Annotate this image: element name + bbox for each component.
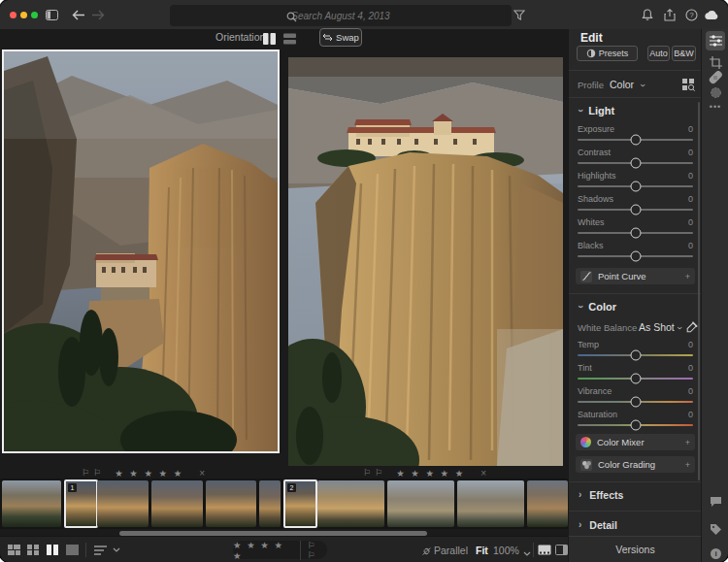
profile-chevron-down-icon[interactable]: › bbox=[638, 83, 647, 86]
flag-reject-icon[interactable]: ⚐ bbox=[93, 468, 101, 478]
share-icon[interactable] bbox=[662, 7, 678, 22]
help-icon[interactable]: ? bbox=[683, 7, 699, 22]
slider-track[interactable] bbox=[578, 378, 693, 380]
versions-button[interactable]: Versions bbox=[569, 536, 702, 562]
filmstrip-thumbnail[interactable] bbox=[527, 480, 568, 527]
slider-knob[interactable] bbox=[630, 158, 641, 169]
unlink-icon[interactable] bbox=[419, 545, 433, 557]
bw-button[interactable]: B&W bbox=[672, 46, 696, 61]
detail-section-header[interactable]: › Detail bbox=[579, 519, 617, 531]
star-rating[interactable]: ★ ★ ★ ★ ★ bbox=[233, 540, 294, 561]
slider-knob[interactable] bbox=[630, 205, 641, 215]
wb-eyedropper-icon[interactable] bbox=[686, 319, 698, 337]
zoom-chevron-down-icon[interactable] bbox=[520, 547, 534, 560]
compare-photo-right[interactable] bbox=[288, 57, 563, 466]
parallel-label[interactable]: Parallel bbox=[434, 545, 468, 556]
orientation-vertical-icon[interactable] bbox=[263, 31, 276, 49]
forward-button[interactable] bbox=[90, 7, 106, 22]
more-tools-icon[interactable]: ••• bbox=[706, 97, 725, 116]
cloud-sync-icon[interactable] bbox=[704, 7, 719, 22]
presets-button[interactable]: Presets bbox=[577, 46, 638, 61]
filmstrip-thumbnail-selected-right[interactable]: 2 bbox=[283, 479, 317, 528]
slider-track[interactable] bbox=[578, 354, 693, 356]
chevron-right-icon: › bbox=[579, 520, 581, 530]
keywords-tag-icon[interactable] bbox=[706, 519, 725, 539]
flag-pick-icon[interactable]: ⚐ bbox=[82, 468, 89, 478]
square-grid-view-icon[interactable] bbox=[26, 544, 40, 556]
white-balance-value[interactable]: As Shot bbox=[639, 321, 675, 333]
color-grading-button[interactable]: Color Grading + bbox=[576, 456, 695, 473]
profile-browser-icon[interactable] bbox=[682, 78, 695, 95]
slider-track[interactable] bbox=[578, 255, 693, 257]
star-rating[interactable]: ★ ★ ★ ★ ★ bbox=[396, 468, 465, 479]
filmstrip-thumbnail[interactable] bbox=[457, 480, 524, 527]
slider-knob[interactable] bbox=[630, 135, 641, 146]
sidebar-toggle-icon[interactable] bbox=[44, 7, 59, 22]
flag-pick-icon[interactable]: ⚐ bbox=[363, 468, 371, 478]
slider-knob[interactable] bbox=[630, 374, 641, 384]
slider-track[interactable] bbox=[578, 401, 693, 403]
filmstrip-thumbnail-selected-left[interactable]: 1 bbox=[64, 479, 98, 528]
sort-icon[interactable] bbox=[93, 544, 107, 556]
mac-minimize-button[interactable] bbox=[20, 12, 27, 18]
swap-button[interactable]: Swap bbox=[319, 28, 362, 47]
profile-label: Profile bbox=[578, 80, 604, 90]
detail-view-icon[interactable] bbox=[65, 544, 79, 556]
compare-view-icon[interactable] bbox=[46, 544, 59, 556]
edit-tool-icon[interactable] bbox=[706, 31, 725, 50]
slider-knob[interactable] bbox=[630, 182, 641, 192]
back-button[interactable] bbox=[71, 7, 86, 22]
notifications-bell-icon[interactable] bbox=[640, 7, 655, 22]
point-curve-button[interactable]: Point Curve + bbox=[576, 268, 695, 284]
filmstrip-thumbnail[interactable] bbox=[97, 480, 149, 527]
slider-track[interactable] bbox=[578, 139, 693, 141]
profile-value[interactable]: Color bbox=[610, 79, 634, 90]
filmstrip-thumbnail[interactable] bbox=[2, 480, 61, 527]
slider-track[interactable] bbox=[578, 209, 693, 211]
slider-track[interactable] bbox=[578, 162, 693, 164]
color-section-header[interactable]: › Color bbox=[579, 301, 616, 313]
chevron-down-icon: › bbox=[576, 109, 585, 112]
slider-knob[interactable] bbox=[630, 420, 641, 431]
comments-icon[interactable] bbox=[706, 492, 725, 512]
slider-knob[interactable] bbox=[630, 228, 641, 239]
slider-knob[interactable] bbox=[630, 397, 641, 408]
flag-icons[interactable]: ⚐ ⚐ bbox=[300, 541, 327, 560]
filmstrip-thumbnail[interactable] bbox=[259, 480, 281, 527]
info-icon[interactable]: i bbox=[706, 544, 725, 562]
orientation-horizontal-icon[interactable] bbox=[283, 31, 296, 49]
light-section-header[interactable]: › Light bbox=[579, 105, 614, 116]
slider-highlights: Highlights0 bbox=[578, 171, 693, 192]
search-input[interactable] bbox=[170, 5, 512, 26]
panel-toggle-icon[interactable] bbox=[554, 544, 568, 556]
wb-chevron-down-icon[interactable]: › bbox=[675, 326, 684, 329]
slider-knob[interactable] bbox=[630, 251, 641, 262]
slider-track[interactable] bbox=[578, 185, 693, 187]
fit-button[interactable]: Fit bbox=[476, 545, 488, 556]
mac-zoom-button[interactable] bbox=[31, 12, 38, 18]
mac-close-button[interactable] bbox=[10, 12, 17, 18]
clear-rating-icon[interactable]: × bbox=[199, 468, 205, 479]
slider-track[interactable] bbox=[578, 424, 693, 426]
filmstrip-thumbnail[interactable] bbox=[151, 480, 203, 527]
filmstrip-thumbnail[interactable] bbox=[206, 480, 256, 527]
panel-scrollbar[interactable] bbox=[698, 102, 700, 480]
compare-photo-left[interactable] bbox=[2, 50, 280, 453]
chevron-right-icon: › bbox=[579, 490, 581, 500]
star-rating[interactable]: ★ ★ ★ ★ ★ bbox=[115, 468, 183, 479]
filmstrip-thumbnail[interactable] bbox=[387, 480, 454, 527]
effects-section-header[interactable]: › Effects bbox=[579, 489, 623, 501]
filmstrip-toggle-icon[interactable] bbox=[538, 544, 551, 556]
color-mixer-button[interactable]: Color Mixer + bbox=[576, 434, 695, 450]
auto-button[interactable]: Auto bbox=[647, 46, 670, 61]
photo-grid-view-icon[interactable] bbox=[7, 544, 20, 556]
zoom-level[interactable]: 100% bbox=[493, 545, 519, 556]
clear-rating-icon[interactable]: × bbox=[480, 468, 486, 479]
flag-reject-icon[interactable]: ⚐ bbox=[375, 468, 382, 478]
filter-icon[interactable] bbox=[512, 7, 527, 22]
lightroom-window: ? Orientation Swap bbox=[0, 0, 728, 562]
slider-knob[interactable] bbox=[630, 350, 641, 361]
sort-chevron-down-icon[interactable] bbox=[110, 544, 123, 556]
slider-track[interactable] bbox=[578, 232, 693, 234]
filmstrip-thumbnail[interactable] bbox=[317, 480, 384, 527]
